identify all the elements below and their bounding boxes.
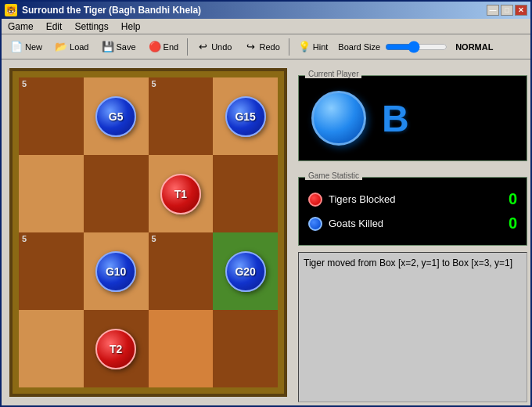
board-area: 5G55G15T15G105G20T2 <box>2 59 295 405</box>
piece-t1[interactable]: T1 <box>160 174 201 214</box>
board-cell-r0c1[interactable]: G5 <box>84 77 149 155</box>
player-letter: B <box>382 97 409 140</box>
piece-g5[interactable]: G5 <box>95 96 136 137</box>
board-grid: 5G55G15T15G105G20T2 <box>19 77 278 387</box>
board-cell-r2c0[interactable]: 5 <box>19 232 84 310</box>
piece-g20[interactable]: G20 <box>225 251 266 292</box>
board-size-slider[interactable] <box>385 41 448 53</box>
new-icon <box>10 41 23 53</box>
save-label: Save <box>117 42 136 52</box>
corner-number: 5 <box>22 79 27 88</box>
current-player-label: Current Player <box>305 70 361 78</box>
new-label: New <box>25 42 42 52</box>
menu-bar: Game Edit Settings Help <box>2 19 530 34</box>
new-button[interactable]: New <box>5 38 48 56</box>
title-buttons: — □ ✕ <box>487 5 527 16</box>
player-ball <box>311 91 366 146</box>
board-cell-r3c3[interactable] <box>213 310 278 387</box>
corner-number: 5 <box>152 79 156 88</box>
board-cell-r1c3[interactable] <box>213 155 278 232</box>
menu-settings[interactable]: Settings <box>68 20 114 34</box>
tigers-blocked-value: 0 <box>509 190 517 208</box>
goats-killed-row: Goats Killed 0 <box>308 214 517 232</box>
toolbar-separator-1 <box>187 38 188 56</box>
board-cell-r0c2[interactable]: 5 <box>149 77 214 155</box>
log-message: Tiger moved from Box [x=2, y=1] to Box [… <box>304 258 512 268</box>
menu-edit[interactable]: Edit <box>40 20 69 34</box>
board-size-label: Board Size <box>338 42 380 52</box>
goats-killed-label: Goats Killed <box>329 218 509 229</box>
goats-killed-indicator <box>308 217 322 231</box>
undo-label: Undo <box>211 42 232 52</box>
redo-label: Redo <box>259 42 279 52</box>
menu-help[interactable]: Help <box>115 20 147 34</box>
end-label: End <box>164 42 179 52</box>
board-cell-r2c3[interactable]: G20 <box>213 232 278 310</box>
piece-g10[interactable]: G10 <box>95 251 136 292</box>
minimize-button[interactable]: — <box>487 5 499 16</box>
redo-button[interactable]: Redo <box>239 38 285 56</box>
main-content: 5G55G15T15G105G20T2 Current Player B Gam… <box>2 59 530 405</box>
current-player-section: Current Player B <box>298 75 527 161</box>
corner-number: 5 <box>22 234 27 243</box>
toolbar-separator-2 <box>289 38 289 56</box>
log-section: Tiger moved from Box [x=2, y=1] to Box [… <box>298 252 527 402</box>
board-cell-r3c2[interactable] <box>149 310 214 387</box>
board-cell-r3c1[interactable]: T2 <box>84 310 149 387</box>
save-icon <box>102 41 114 53</box>
hint-label: Hint <box>313 42 329 52</box>
board-cell-r3c0[interactable] <box>19 310 84 387</box>
tigers-blocked-indicator <box>308 193 322 207</box>
end-icon <box>149 41 161 53</box>
maximize-button[interactable]: □ <box>501 5 513 16</box>
stats-section: Game Statistic Tigers Blocked 0 Goats Ki… <box>298 177 527 246</box>
menu-game[interactable]: Game <box>2 20 40 34</box>
board-cell-r2c1[interactable]: G10 <box>84 232 149 310</box>
tigers-blocked-label: Tigers Blocked <box>329 193 509 205</box>
corner-number: 5 <box>152 234 156 243</box>
save-button[interactable]: Save <box>96 38 142 56</box>
undo-button[interactable]: Undo <box>191 38 237 56</box>
board-cell-r1c1[interactable] <box>84 155 149 232</box>
piece-g15[interactable]: G15 <box>225 96 266 137</box>
hint-button[interactable]: Hint <box>293 38 334 56</box>
piece-t2[interactable]: T2 <box>95 329 136 369</box>
game-board: 5G55G15T15G105G20T2 <box>9 68 287 397</box>
right-panel: Current Player B Game Statistic Tigers B… <box>295 59 530 405</box>
load-label: Load <box>70 42 88 52</box>
board-cell-r0c3[interactable]: G15 <box>213 77 278 155</box>
hint-icon <box>298 41 311 53</box>
main-window: 🐯 Surround the Tiger (Bagh Bandhi Khela)… <box>0 0 532 407</box>
toolbar: New Load Save End Undo Redo Hint Board S… <box>2 34 530 59</box>
redo-icon <box>244 41 257 53</box>
normal-label: NORMAL <box>455 42 493 52</box>
end-button[interactable]: End <box>143 38 185 56</box>
close-button[interactable]: ✕ <box>515 5 527 16</box>
board-cell-r1c0[interactable] <box>19 155 84 232</box>
stats-label: Game Statistic <box>305 171 362 180</box>
board-cell-r2c2[interactable]: 5 <box>149 232 214 310</box>
load-icon <box>55 41 67 53</box>
window-icon: 🐯 <box>5 4 17 16</box>
title-bar: 🐯 Surround the Tiger (Bagh Bandhi Khela)… <box>2 2 530 19</box>
window-title: Surround the Tiger (Bagh Bandhi Khela) <box>22 5 487 16</box>
board-cell-r1c2[interactable]: T1 <box>149 155 214 232</box>
tigers-blocked-row: Tigers Blocked 0 <box>308 190 517 208</box>
load-button[interactable]: Load <box>49 38 94 56</box>
undo-icon <box>196 41 209 53</box>
board-cell-r0c0[interactable]: 5 <box>19 77 84 155</box>
goats-killed-value: 0 <box>509 214 517 232</box>
